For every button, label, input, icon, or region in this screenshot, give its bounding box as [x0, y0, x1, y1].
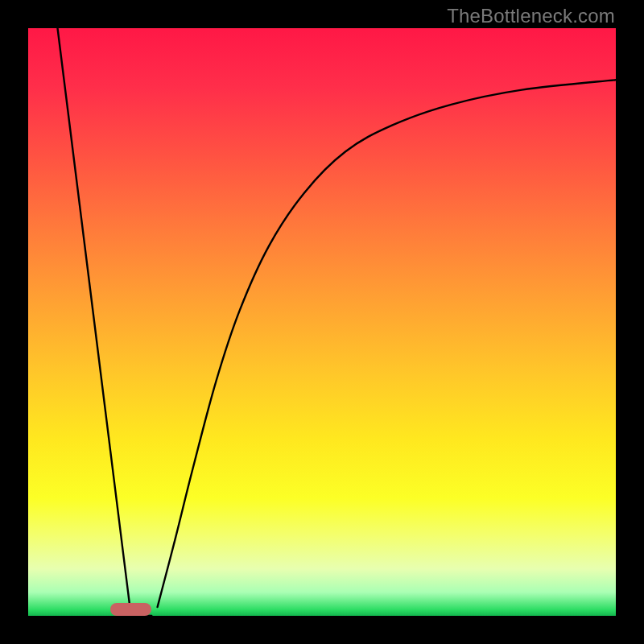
watermark-text: TheBottleneck.com: [447, 5, 615, 27]
right-curve-line: [158, 80, 616, 607]
chart-frame: TheBottleneck.com: [0, 0, 644, 644]
curves-svg: [28, 28, 616, 616]
bottleneck-marker: [110, 603, 151, 616]
left-v-line: [58, 28, 152, 616]
plot-area: [28, 28, 616, 616]
